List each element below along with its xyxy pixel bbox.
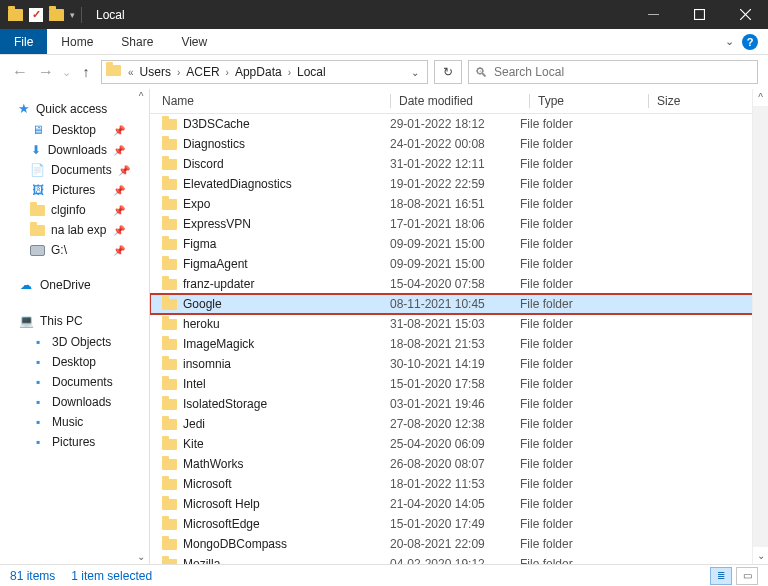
sidebar-scrollbar[interactable]: ^ ⌄ [133, 89, 149, 564]
table-row[interactable]: MongoDBCompass20-08-2021 22:09File folde… [150, 534, 768, 554]
file-name: Intel [183, 377, 206, 391]
status-selection: 1 item selected [71, 569, 152, 583]
sidebar-item[interactable]: 📄Documents📌 [0, 160, 149, 180]
download-icon: ⬇ [30, 143, 42, 157]
qat-dropdown-icon[interactable]: ▾ [70, 10, 75, 20]
file-type: File folder [520, 157, 630, 171]
file-list[interactable]: D3DSCache29-01-2022 18:12File folderDiag… [150, 114, 768, 564]
close-button[interactable] [722, 0, 768, 29]
folder-icon [162, 359, 177, 370]
sidebar-item[interactable]: 🖥Desktop📌 [0, 120, 149, 140]
table-row[interactable]: Figma09-09-2021 15:00File folder [150, 234, 768, 254]
file-name: Google [183, 297, 222, 311]
back-button[interactable]: ← [10, 63, 30, 81]
table-row[interactable]: FigmaAgent09-09-2021 15:00File folder [150, 254, 768, 274]
folder-icon [162, 539, 177, 550]
sidebar-item[interactable]: ▪Desktop [0, 352, 149, 372]
table-row[interactable]: IsolatedStorage03-01-2021 19:46File fold… [150, 394, 768, 414]
table-row[interactable]: Jedi27-08-2020 12:38File folder [150, 414, 768, 434]
search-box[interactable]: 🔍︎ [468, 60, 758, 84]
sidebar-item[interactable]: na lab exp📌 [0, 220, 149, 240]
table-row[interactable]: Microsoft18-01-2022 11:53File folder [150, 474, 768, 494]
sidebar-item[interactable]: ▪Documents [0, 372, 149, 392]
table-row[interactable]: franz-updater15-04-2020 07:58File folder [150, 274, 768, 294]
sidebar-item[interactable]: ▪Downloads [0, 392, 149, 412]
column-date[interactable]: Date modified [399, 94, 529, 108]
file-name: IsolatedStorage [183, 397, 267, 411]
file-type: File folder [520, 257, 630, 271]
up-button[interactable]: ↑ [77, 64, 95, 80]
table-row[interactable]: D3DSCache29-01-2022 18:12File folder [150, 114, 768, 134]
tab-view[interactable]: View [167, 29, 221, 54]
sidebar-onedrive[interactable]: ☁ OneDrive [0, 274, 149, 296]
breadcrumb[interactable]: ACER [182, 65, 223, 79]
chevron-down-icon[interactable]: ⌄ [757, 547, 765, 564]
file-date: 31-01-2022 12:11 [390, 157, 520, 171]
sidebar-item[interactable]: ⬇Downloads📌 [0, 140, 149, 160]
breadcrumb[interactable]: Local [293, 65, 330, 79]
file-type: File folder [520, 457, 630, 471]
sidebar-item[interactable]: clginfo📌 [0, 200, 149, 220]
pane-scrollbar[interactable]: ^ ⌄ [752, 89, 768, 564]
file-name: Microsoft Help [183, 497, 260, 511]
chevron-right-icon[interactable]: « [126, 67, 136, 78]
history-dropdown-icon[interactable]: ⌄ [62, 66, 71, 79]
refresh-button[interactable]: ↻ [434, 60, 462, 84]
minimize-button[interactable] [630, 0, 676, 29]
folder-icon [162, 259, 177, 270]
chevron-up-icon[interactable]: ^ [758, 89, 763, 106]
sidebar-item[interactable]: 🖼Pictures📌 [0, 180, 149, 200]
chevron-down-icon[interactable]: ⌄ [725, 35, 734, 48]
search-input[interactable] [494, 65, 751, 79]
sidebar-item[interactable]: G:\📌 [0, 240, 149, 260]
table-row[interactable]: ExpressVPN17-01-2021 18:06File folder [150, 214, 768, 234]
tab-file[interactable]: File [0, 29, 47, 54]
tab-home[interactable]: Home [47, 29, 107, 54]
sidebar-item[interactable]: ▪Pictures [0, 432, 149, 452]
table-row[interactable]: MicrosoftEdge15-01-2020 17:49File folder [150, 514, 768, 534]
help-icon[interactable]: ? [742, 34, 758, 50]
folder-icon: ▪ [30, 435, 46, 449]
maximize-button[interactable] [676, 0, 722, 29]
table-row[interactable]: Diagnostics24-01-2022 00:08File folder [150, 134, 768, 154]
table-row[interactable]: insomnia30-10-2021 14:19File folder [150, 354, 768, 374]
table-row[interactable]: heroku31-08-2021 15:03File folder [150, 314, 768, 334]
sidebar-item[interactable]: ▪3D Objects [0, 332, 149, 352]
file-date: 26-08-2020 08:07 [390, 457, 520, 471]
file-name: MicrosoftEdge [183, 517, 260, 531]
sidebar-item-label: Music [52, 415, 83, 429]
sidebar-item[interactable]: ▪Music [0, 412, 149, 432]
forward-button[interactable]: → [36, 63, 56, 81]
table-row[interactable]: MathWorks26-08-2020 08:07File folder [150, 454, 768, 474]
address-dropdown-icon[interactable]: ⌄ [411, 67, 419, 78]
col-label: Name [162, 94, 194, 108]
table-row[interactable]: Intel15-01-2020 17:58File folder [150, 374, 768, 394]
sidebar-thispc[interactable]: 💻 This PC [0, 310, 149, 332]
file-name: Figma [183, 237, 216, 251]
sidebar-quick-access[interactable]: ★ Quick access [0, 97, 149, 120]
folder-icon [162, 499, 177, 510]
file-name: ElevatedDiagnostics [183, 177, 292, 191]
sidebar-item-label: G:\ [51, 243, 67, 257]
details-view-button[interactable]: ≣ [710, 567, 732, 585]
table-row[interactable]: Google08-11-2021 10:45File folder [150, 294, 768, 314]
tab-share[interactable]: Share [107, 29, 167, 54]
sidebar-label: This PC [40, 314, 83, 328]
table-row[interactable]: ImageMagick18-08-2021 21:53File folder [150, 334, 768, 354]
breadcrumb[interactable]: Users [136, 65, 175, 79]
column-type[interactable]: Type [538, 94, 648, 108]
table-row[interactable]: Kite25-04-2020 06:09File folder [150, 434, 768, 454]
chevron-up-icon[interactable]: ^ [139, 89, 144, 104]
breadcrumb[interactable]: AppData [231, 65, 286, 79]
address-bar[interactable]: « Users › ACER › AppData › Local ⌄ [101, 60, 428, 84]
svg-rect-1 [694, 10, 704, 20]
column-name[interactable]: Name [150, 94, 390, 108]
thumbnails-view-button[interactable]: ▭ [736, 567, 758, 585]
file-name: Kite [183, 437, 204, 451]
table-row[interactable]: Microsoft Help21-04-2020 14:05File folde… [150, 494, 768, 514]
table-row[interactable]: Expo18-08-2021 16:51File folder [150, 194, 768, 214]
chevron-down-icon[interactable]: ⌄ [137, 549, 145, 564]
table-row[interactable]: Discord31-01-2022 12:11File folder [150, 154, 768, 174]
table-row[interactable]: ElevatedDiagnostics19-01-2022 22:59File … [150, 174, 768, 194]
table-row[interactable]: Mozilla04-02-2020 19:12File folder [150, 554, 768, 564]
